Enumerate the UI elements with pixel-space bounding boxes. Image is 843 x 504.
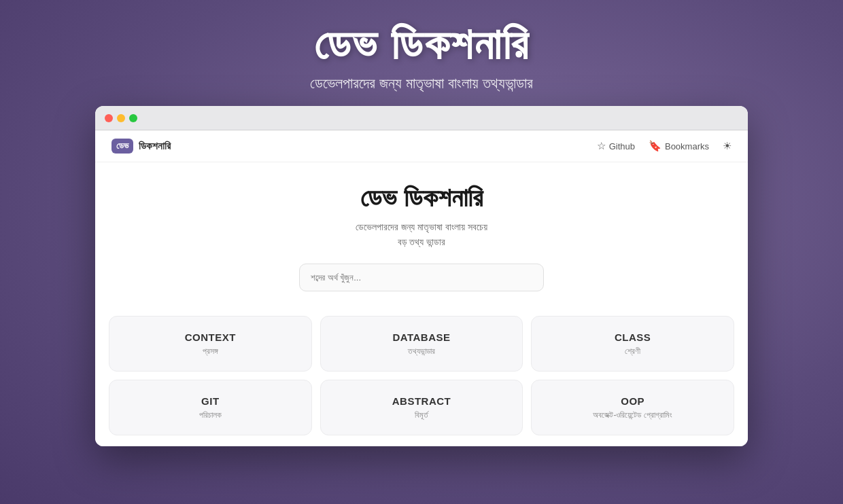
card-subtitle: পরিচালক (120, 410, 300, 420)
github-label: Github (609, 141, 635, 151)
dot-red[interactable] (105, 114, 113, 122)
hero-subtitle: ডেভেলপারদের জন্য মাতৃভাষা বাংলায় তথ্যভা… (310, 75, 533, 92)
github-link[interactable]: ☆ Github (597, 140, 635, 152)
cards-grid: CONTEXT প্রসঙ্গ DATABASE তথ্যভান্ডার CLA… (95, 305, 748, 446)
star-icon: ☆ (597, 140, 606, 152)
logo-text: ডিকশনারি (139, 140, 171, 152)
card-subtitle: অবজেক্ট-ওরিয়েন্টেড প্রোগ্রামিং (543, 410, 723, 420)
card-title: DATABASE (332, 331, 512, 343)
bookmarks-label: Bookmarks (665, 141, 709, 151)
logo-badge: ডেভ (111, 139, 133, 154)
card-item[interactable]: DATABASE তথ্যভান্ডার (320, 316, 523, 372)
dot-green[interactable] (129, 114, 137, 122)
search-container (299, 264, 544, 291)
app-logo: ডেভ ডিকশনারি (111, 139, 171, 154)
bookmark-icon: 🔖 (649, 140, 661, 152)
card-item[interactable]: CONTEXT প্রসঙ্গ (109, 316, 312, 372)
browser-titlebar (95, 106, 748, 130)
card-item[interactable]: GIT পরিচালক (109, 380, 312, 435)
card-subtitle: তথ্যভান্ডার (332, 346, 512, 356)
search-input[interactable] (299, 264, 544, 291)
theme-toggle[interactable]: ☀ (723, 140, 732, 152)
card-subtitle: শ্রেণী (543, 346, 723, 356)
bookmarks-link[interactable]: 🔖 Bookmarks (649, 140, 709, 152)
nav-actions: ☆ Github 🔖 Bookmarks ☀ (597, 140, 732, 152)
card-item[interactable]: CLASS শ্রেণী (531, 316, 734, 372)
card-title: CONTEXT (120, 331, 300, 343)
app-hero-subtitle: ডেভেলপারদের জন্য মাতৃভাষা বাংলায় সবচেয়… (356, 219, 487, 250)
card-item[interactable]: ABSTRACT বিমূর্ত (320, 380, 523, 435)
app-hero-title: ডেভ ডিকশনারি (360, 183, 483, 214)
app-navbar: ডেভ ডিকশনারি ☆ Github 🔖 Bookmarks ☀ (95, 130, 748, 162)
app-hero: ডেভ ডিকশনারি ডেভেলপারদের জন্য মাতৃভাষা ব… (95, 162, 748, 304)
hero-section: ডেভ ডিকশনারি ডেভেলপারদের জন্য মাতৃভাষা ব… (0, 0, 843, 106)
sun-icon: ☀ (723, 140, 732, 152)
browser-dots (105, 114, 137, 122)
browser-window: ডেভ ডিকশনারি ☆ Github 🔖 Bookmarks ☀ ডেভ … (95, 106, 748, 446)
card-title: OOP (543, 395, 723, 407)
card-title: ABSTRACT (332, 395, 512, 407)
hero-title: ডেভ ডিকশনারি (314, 20, 530, 68)
card-subtitle: প্রসঙ্গ (120, 346, 300, 356)
dot-yellow[interactable] (117, 114, 125, 122)
app-content: ডেভ ডিকশনারি ☆ Github 🔖 Bookmarks ☀ ডেভ … (95, 130, 748, 446)
card-subtitle: বিমূর্ত (332, 410, 512, 420)
card-title: CLASS (543, 331, 723, 343)
card-title: GIT (120, 395, 300, 407)
card-item[interactable]: OOP অবজেক্ট-ওরিয়েন্টেড প্রোগ্রামিং (531, 380, 734, 435)
